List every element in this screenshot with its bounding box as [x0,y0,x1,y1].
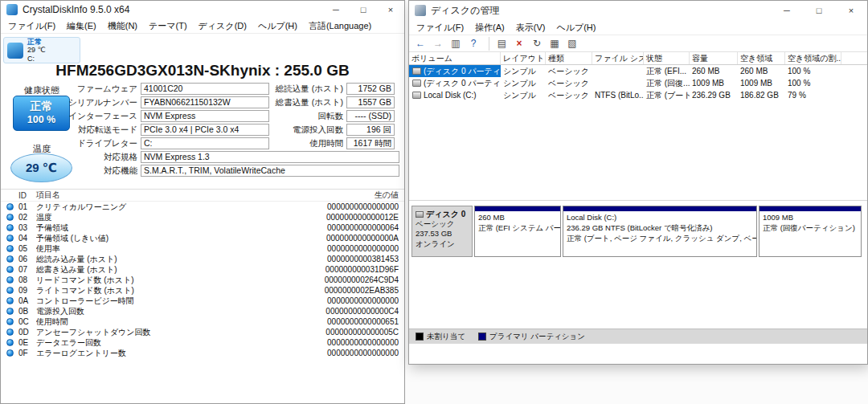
column-header[interactable]: 状態 [644,52,690,64]
menu-bar: ファイル(F)編集(E)機能(N)テーマ(T)ディスク(D)ヘルプ(H)言語(L… [1,18,404,34]
smart-row[interactable]: 0D アンセーフシャットダウン回数 000000000000005C [1,327,404,337]
smart-row[interactable]: 0C 使用時間 0000000000000651 [1,316,404,327]
help-icon[interactable]: ? [465,37,481,51]
partition-block[interactable]: 260 MB 正常 (EFI システム パーティシ [474,206,561,257]
smart-row[interactable]: 01 クリティカルワーニング 0000000000000000 [1,202,404,212]
column-header[interactable]: ファイル システム [592,52,644,64]
disk-status: オンライン [416,239,469,249]
volume-free-percent: 100 % [785,67,841,75]
window-title: ディスクの管理 [431,4,499,18]
field-value-box: PCIe 3.0 x4 | PCIe 3.0 x4 [141,124,269,136]
smart-row[interactable]: 03 予備領域 0000000000000064 [1,222,404,233]
partition-block[interactable]: 1009 MB 正常 (回復パーティション) [759,206,862,257]
menu-item[interactable]: 編集(E) [61,18,102,34]
delete-volume-icon[interactable]: × [511,37,527,51]
smart-attr-raw-value: 0000000002EAB385 [325,286,399,295]
info-field-row: インターフェース NVM Express [65,110,269,122]
status-dot-icon [6,297,14,304]
properties-icon[interactable]: ▤ [489,37,510,51]
column-header[interactable]: 容量 [690,52,738,64]
rescan-disks-icon[interactable]: ▦ [547,37,563,51]
smart-attr-id: 03 [18,223,36,232]
status-dot-icon [6,308,14,315]
volume-row[interactable]: (ディスク 0 パーティシ... シンプル ベーシック 正常 (EFI... 2… [409,65,867,77]
menu-item[interactable]: テーマ(T) [143,18,193,34]
title-bar[interactable]: ディスクの管理 ─ □ × [409,1,867,20]
menu-item[interactable]: ヘルプ(H) [551,20,601,35]
minimize-button[interactable]: ─ [771,1,803,20]
smart-row[interactable]: 08 リードコマンド数 (ホスト) 000000000264C9D4 [1,275,404,285]
column-header[interactable]: 空き領域の割... [785,52,841,64]
partition-body: Local Disk (C:) 236.29 GB NTFS (BitLocke… [563,211,756,245]
menu-item[interactable]: ヘルプ(H) [252,18,303,34]
crystaldiskinfo-window: CrystalDiskInfo 9.5.0 x64 ─ □ × ファイル(F)編… [0,0,405,404]
smart-attr-id: 0E [18,338,36,347]
volume-capacity: 1009 MB [690,79,738,88]
status-dot-icon [6,318,14,325]
smart-row[interactable]: 05 使用率 0000000000000000 [1,243,404,254]
health-status-box[interactable]: 正常 100 % [13,96,70,131]
partition-block[interactable]: Local Disk (C:) 236.29 GB NTFS (BitLocke… [563,206,757,257]
menu-item[interactable]: 言語(Language) [303,18,377,34]
smart-row[interactable]: 0A コントローラービジー時間 0000000000000000 [1,296,404,306]
volume-free-percent: 100 % [785,79,841,88]
smart-attribute-table: ID 項目名 生の値 01 クリティカルワーニング 00000000000000… [1,189,404,358]
status-dot-icon [6,339,14,346]
smart-row[interactable]: 09 ライトコマンド数 (ホスト) 0000000002EAB385 [1,285,404,296]
field-label: ドライブレター [65,138,141,149]
smart-attr-name: ライトコマンド数 (ホスト) [36,285,325,296]
smart-table-header: ID 項目名 生の値 [1,190,404,202]
menu-item[interactable]: ディスク(D) [193,18,252,34]
volume-row[interactable]: Local Disk (C:) シンプル ベーシック NTFS (BitLo..… [409,89,867,101]
new-window-icon[interactable]: ▧ [564,37,580,51]
menu-item[interactable]: 表示(V) [510,20,551,35]
smart-attr-name: アンセーフシャットダウン回数 [36,327,326,338]
volume-free-space: 186.82 GB [738,91,785,100]
status-dot-icon [6,235,14,242]
field-label: 対応規格 [65,152,141,163]
forward-icon[interactable]: → [430,37,446,51]
smart-attr-name: 温度 [36,212,326,223]
disk0-info-panel[interactable]: ディスク 0 ベーシック 237.53 GB オンライン [411,206,473,257]
volume-type: ベーシック [546,78,592,89]
disk-management-window: ディスクの管理 ─ □ × ファイル(F)操作(A)表示(V)ヘルプ(H) ←→… [408,0,868,365]
smart-row[interactable]: 04 予備領域 (しきい値) 000000000000000A [1,233,404,243]
smart-attr-id: 08 [18,275,36,284]
back-icon[interactable]: ← [412,37,428,51]
menu-item[interactable]: 操作(A) [469,20,510,35]
column-header[interactable]: 空き領域 [738,52,785,64]
stat-field-row: 回転数 ---- (SSD) [271,110,395,122]
smart-attr-id: 01 [18,202,36,211]
menu-item[interactable]: ファイル(F) [2,18,61,34]
graphical-view: ディスク 0 ベーシック 237.53 GB オンライン 260 MB [409,200,867,257]
volume-capacity: 236.29 GB [690,91,738,100]
close-button[interactable]: × [377,1,404,18]
partition-body: 1009 MB 正常 (回復パーティション) [760,211,861,235]
smart-row[interactable]: 0E データエラー回数 0000000000000000 [1,337,404,348]
smart-row[interactable]: 07 総書き込み量 (ホスト) 000000000031D96F [1,264,404,275]
minimize-button[interactable]: ─ [322,1,350,18]
smart-row[interactable]: 02 温度 000000000000012E [1,212,404,222]
info-field-row: 対応転送モード PCIe 3.0 x4 | PCIe 3.0 x4 [65,124,269,136]
smart-row[interactable]: 0F エラーログエントリー数 0000000000000000 [1,348,404,358]
disk0-row: ディスク 0 ベーシック 237.53 GB オンライン 260 MB [411,206,865,257]
smart-row[interactable]: 06 総読み込み量 (ホスト) 0000000000381453 [1,254,404,264]
title-bar[interactable]: CrystalDiskInfo 9.5.0 x64 ─ □ × [1,1,404,18]
column-header[interactable]: ボリューム [409,52,501,64]
volume-row[interactable]: (ディスク 0 パーティシ... シンプル ベーシック 正常 (回復... 10… [409,77,867,89]
column-header[interactable]: レイアウト [501,52,546,64]
smart-attr-name: 電源投入回数 [36,306,326,317]
menu-item[interactable]: 機能(N) [102,18,143,34]
toolbar: ←→▥?▤×↻▦▧ [409,35,867,52]
disk-selector-tile[interactable]: 正常 29 ℃ C: [3,37,80,63]
maximize-button[interactable]: □ [803,1,835,20]
console-tree-icon[interactable]: ▥ [448,37,464,51]
close-button[interactable]: × [835,1,867,20]
smart-header-name: 項目名 [36,190,375,201]
volume-icon [412,92,421,99]
refresh-icon[interactable]: ↻ [529,37,545,51]
column-header[interactable]: 種類 [546,52,592,64]
smart-row[interactable]: 0B 電源投入回数 00000000000000C4 [1,306,404,316]
menu-item[interactable]: ファイル(F) [411,20,469,35]
maximize-button[interactable]: □ [350,1,377,18]
